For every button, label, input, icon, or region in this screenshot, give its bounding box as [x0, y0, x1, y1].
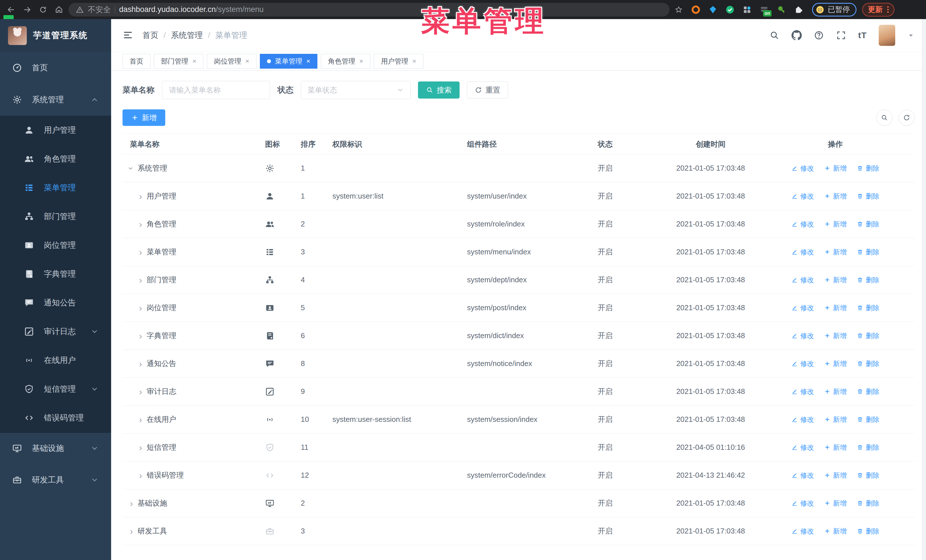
- tab-menu[interactable]: 菜单管理×: [260, 54, 318, 69]
- close-icon[interactable]: ×: [359, 57, 363, 65]
- row-add-button[interactable]: 新增: [824, 359, 846, 368]
- font-size-icon[interactable]: tT: [858, 30, 867, 40]
- sidebar-item-user[interactable]: 用户管理: [0, 116, 111, 145]
- row-edit-button[interactable]: 修改: [791, 275, 814, 285]
- row-add-button[interactable]: 新增: [824, 443, 846, 452]
- row-delete-button[interactable]: 删除: [857, 303, 879, 312]
- row-edit-button[interactable]: 修改: [791, 415, 814, 424]
- scrollbar[interactable]: [922, 19, 926, 560]
- row-delete-button[interactable]: 删除: [857, 387, 879, 396]
- row-add-button[interactable]: 新增: [824, 303, 846, 312]
- profile-paused-badge[interactable]: 已暂停: [812, 3, 856, 17]
- row-add-button[interactable]: 新增: [824, 192, 846, 201]
- row-expand-icon[interactable]: ›: [139, 192, 142, 201]
- row-edit-button[interactable]: 修改: [791, 303, 814, 312]
- row-expand-icon[interactable]: ›: [127, 167, 136, 170]
- row-delete-button[interactable]: 删除: [857, 164, 879, 173]
- extension-orbit-icon[interactable]: [690, 4, 702, 15]
- row-add-button[interactable]: 新增: [824, 499, 846, 508]
- browser-back-button[interactable]: [5, 3, 18, 16]
- sidebar-item-post[interactable]: 岗位管理: [0, 231, 111, 260]
- kebab-menu-icon[interactable]: [887, 6, 889, 13]
- sidebar-item-sms[interactable]: 短信管理: [0, 374, 111, 403]
- browser-reload-button[interactable]: [36, 3, 50, 16]
- sidebar-item-role[interactable]: 角色管理: [0, 145, 111, 173]
- row-expand-icon[interactable]: ›: [139, 248, 142, 257]
- breadcrumb-item[interactable]: 菜单管理: [215, 30, 247, 41]
- row-edit-button[interactable]: 修改: [791, 248, 814, 257]
- github-icon[interactable]: [791, 30, 802, 41]
- sidebar-item-errcode[interactable]: 错误码管理: [0, 403, 111, 432]
- sidebar-item-dict[interactable]: 字典管理: [0, 260, 111, 288]
- breadcrumb-item[interactable]: 系统管理: [171, 30, 203, 41]
- extension-server-icon[interactable]: on: [758, 4, 770, 15]
- close-icon[interactable]: ×: [192, 57, 196, 65]
- row-edit-button[interactable]: 修改: [791, 471, 814, 480]
- sidebar-item-notice[interactable]: 通知公告: [0, 288, 111, 317]
- row-delete-button[interactable]: 删除: [857, 220, 879, 229]
- row-expand-icon[interactable]: ›: [139, 471, 142, 480]
- close-icon[interactable]: ×: [306, 57, 310, 65]
- help-icon[interactable]: [814, 30, 824, 41]
- row-add-button[interactable]: 新增: [824, 275, 846, 285]
- row-edit-button[interactable]: 修改: [791, 499, 814, 508]
- row-expand-icon[interactable]: ›: [130, 499, 133, 508]
- row-edit-button[interactable]: 修改: [791, 359, 814, 368]
- tab-home[interactable]: 首页: [123, 54, 150, 69]
- sidebar-item-dept[interactable]: 部门管理: [0, 202, 111, 231]
- close-icon[interactable]: ×: [245, 57, 249, 65]
- browser-forward-button[interactable]: [21, 3, 33, 16]
- fullscreen-icon[interactable]: [836, 30, 846, 41]
- extension-check-icon[interactable]: [724, 4, 736, 15]
- row-delete-button[interactable]: 删除: [857, 499, 879, 508]
- row-expand-icon[interactable]: ›: [139, 331, 142, 340]
- row-edit-button[interactable]: 修改: [791, 164, 814, 173]
- row-delete-button[interactable]: 删除: [857, 443, 879, 452]
- sidebar-item-audit[interactable]: 审计日志: [0, 317, 111, 346]
- row-expand-icon[interactable]: ›: [139, 275, 142, 285]
- collapse-sidebar-button[interactable]: [123, 30, 134, 41]
- row-edit-button[interactable]: 修改: [791, 527, 814, 536]
- row-delete-button[interactable]: 删除: [857, 359, 879, 368]
- row-edit-button[interactable]: 修改: [791, 387, 814, 396]
- row-delete-button[interactable]: 删除: [857, 192, 879, 201]
- sidebar-item-menu[interactable]: 菜单管理: [0, 173, 111, 202]
- bookmark-star-button[interactable]: [672, 3, 685, 16]
- reset-button[interactable]: 重置: [467, 82, 508, 98]
- browser-update-button[interactable]: 更新: [862, 3, 894, 17]
- row-add-button[interactable]: 新增: [824, 415, 846, 424]
- row-add-button[interactable]: 新增: [824, 471, 846, 480]
- sidebar-item-system[interactable]: 系统管理: [0, 84, 111, 116]
- row-delete-button[interactable]: 删除: [857, 248, 879, 257]
- row-edit-button[interactable]: 修改: [791, 443, 814, 452]
- row-expand-icon[interactable]: ›: [130, 527, 133, 536]
- row-expand-icon[interactable]: ›: [139, 359, 142, 368]
- add-button[interactable]: 新增: [123, 109, 165, 126]
- row-delete-button[interactable]: 删除: [857, 527, 879, 536]
- row-expand-icon[interactable]: ›: [139, 220, 142, 229]
- search-button[interactable]: 搜索: [418, 82, 460, 98]
- row-expand-icon[interactable]: ›: [139, 415, 142, 424]
- table-refresh-button[interactable]: [899, 110, 915, 125]
- row-add-button[interactable]: 新增: [824, 387, 846, 396]
- sidebar-item-infra[interactable]: 基础设施: [0, 432, 111, 464]
- caret-down-icon[interactable]: [907, 32, 915, 39]
- url-bar[interactable]: 不安全 dashboard.yudao.iocoder.cn/system/me…: [68, 3, 670, 17]
- extension-grid-icon[interactable]: [741, 4, 753, 15]
- extension-puzzle-icon[interactable]: [793, 4, 804, 15]
- tab-post[interactable]: 岗位管理×: [207, 54, 256, 69]
- row-edit-button[interactable]: 修改: [791, 192, 814, 201]
- tab-user[interactable]: 用户管理×: [374, 54, 424, 69]
- row-add-button[interactable]: 新增: [824, 527, 846, 536]
- row-add-button[interactable]: 新增: [824, 220, 846, 229]
- browser-home-button[interactable]: [53, 3, 65, 16]
- row-delete-button[interactable]: 删除: [857, 275, 879, 285]
- row-expand-icon[interactable]: ›: [139, 387, 142, 396]
- row-add-button[interactable]: 新增: [824, 248, 846, 257]
- close-icon[interactable]: ×: [412, 57, 416, 65]
- row-delete-button[interactable]: 删除: [857, 331, 879, 340]
- row-delete-button[interactable]: 删除: [857, 471, 879, 480]
- sidebar-logo[interactable]: 芋道管理系统: [0, 19, 111, 52]
- sidebar-item-home[interactable]: 首页: [0, 52, 111, 84]
- table-search-toggle-button[interactable]: [876, 110, 893, 125]
